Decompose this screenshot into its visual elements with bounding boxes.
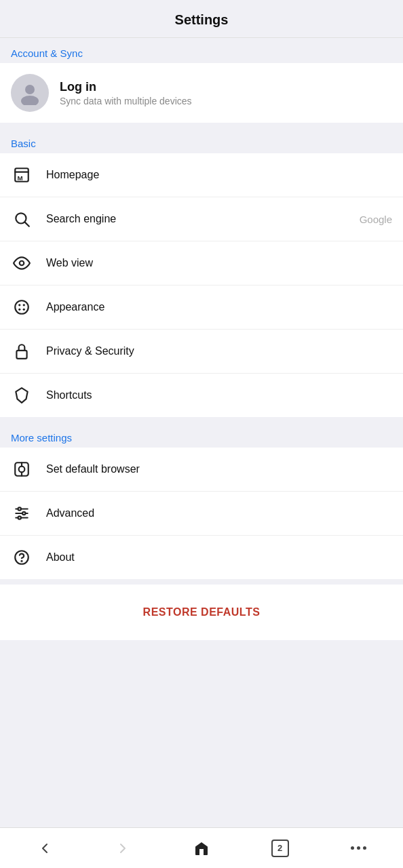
- login-title: Log in: [60, 80, 192, 94]
- svg-point-15: [19, 467, 25, 473]
- svg-point-22: [22, 512, 25, 515]
- set-default-browser-item[interactable]: Set default browser: [0, 448, 403, 492]
- svg-point-25: [21, 561, 22, 561]
- tabs-button[interactable]: 2: [261, 833, 299, 863]
- search-engine-label: Search engine: [46, 213, 346, 225]
- forward-arrow-icon: [115, 840, 131, 856]
- search-engine-item[interactable]: Search engine Google: [0, 197, 403, 241]
- svg-point-1: [21, 96, 39, 105]
- svg-point-10: [18, 309, 20, 311]
- search-engine-value: Google: [360, 214, 392, 225]
- bottom-navigation: 2: [0, 827, 403, 868]
- home-icon: M: [11, 164, 33, 186]
- homepage-item[interactable]: M Homepage: [0, 153, 403, 197]
- home-nav-icon: [193, 840, 210, 856]
- home-button[interactable]: [183, 833, 220, 863]
- svg-rect-12: [16, 351, 26, 359]
- back-arrow-icon: [37, 840, 53, 856]
- about-item[interactable]: About: [0, 536, 403, 579]
- avatar: [11, 74, 49, 112]
- set-default-browser-label: Set default browser: [46, 463, 392, 475]
- shortcuts-label: Shortcuts: [46, 389, 392, 401]
- appearance-label: Appearance: [46, 301, 392, 313]
- browser-icon: [11, 458, 33, 480]
- homepage-label: Homepage: [46, 169, 392, 181]
- restore-defaults-block: RESTORE DEFAULTS: [0, 585, 403, 640]
- eye-icon: [11, 252, 33, 274]
- about-label: About: [46, 551, 392, 564]
- web-view-label: Web view: [46, 257, 392, 269]
- settings-header: Settings: [0, 0, 403, 38]
- lock-icon: [11, 340, 33, 362]
- svg-point-7: [15, 300, 28, 314]
- shortcuts-item[interactable]: Shortcuts: [0, 374, 403, 417]
- svg-point-23: [18, 516, 21, 519]
- forward-button[interactable]: [104, 833, 142, 863]
- more-settings-label: More settings: [0, 422, 403, 448]
- privacy-security-item[interactable]: Privacy & Security: [0, 330, 403, 374]
- search-icon: [11, 208, 33, 230]
- more-settings-group: Set default browser Advanced: [0, 448, 403, 579]
- sliders-icon: [11, 502, 33, 524]
- basic-section-label: Basic: [0, 128, 403, 153]
- tab-count: 2: [271, 840, 289, 857]
- svg-point-21: [18, 507, 21, 510]
- svg-point-8: [18, 304, 20, 306]
- palette-icon: [11, 296, 33, 318]
- svg-point-0: [25, 85, 35, 94]
- basic-settings-group: M Homepage Search engine Google: [0, 153, 403, 417]
- account-info: Log in Sync data with multiple devices: [60, 80, 192, 106]
- user-icon: [18, 81, 42, 105]
- restore-defaults-button[interactable]: RESTORE DEFAULTS: [143, 606, 261, 618]
- privacy-security-label: Privacy & Security: [46, 345, 392, 357]
- settings-content: Account & Sync Log in Sync data with mul…: [0, 38, 403, 827]
- menu-button[interactable]: [339, 833, 377, 863]
- more-menu-icon: [351, 846, 366, 850]
- svg-text:M: M: [18, 174, 23, 182]
- svg-rect-26: [199, 849, 204, 855]
- account-sync-label: Account & Sync: [0, 38, 403, 63]
- advanced-item[interactable]: Advanced: [0, 492, 403, 536]
- account-block[interactable]: Log in Sync data with multiple devices: [0, 63, 403, 123]
- help-circle-icon: [11, 547, 33, 568]
- web-view-item[interactable]: Web view: [0, 241, 403, 285]
- login-subtitle: Sync data with multiple devices: [60, 96, 192, 106]
- svg-point-11: [23, 309, 25, 311]
- back-button[interactable]: [26, 833, 64, 863]
- appearance-item[interactable]: Appearance: [0, 285, 403, 330]
- svg-point-6: [20, 261, 24, 266]
- page-title: Settings: [175, 12, 229, 27]
- advanced-label: Advanced: [46, 507, 392, 519]
- svg-point-9: [23, 304, 25, 306]
- svg-line-5: [25, 222, 29, 226]
- svg-point-13: [21, 397, 22, 398]
- shortcuts-icon: [11, 384, 33, 406]
